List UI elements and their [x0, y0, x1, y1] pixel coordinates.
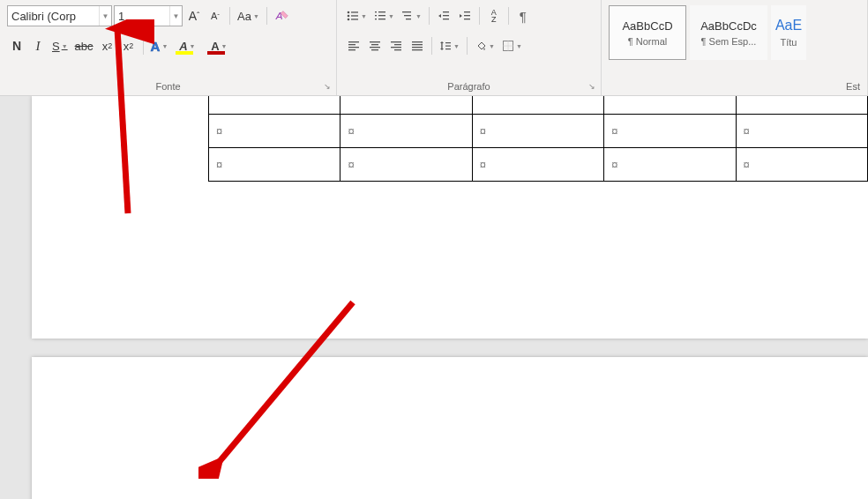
annotation-arrow-2 — [198, 294, 366, 479]
paragraph-dialog-launcher[interactable] — [587, 81, 597, 92]
font-color-swatch — [207, 51, 225, 55]
table-cell[interactable]: ¤ — [472, 147, 603, 181]
align-center-button[interactable] — [365, 35, 385, 56]
underline-button[interactable]: S▼ — [49, 35, 71, 56]
bullets-icon — [347, 10, 359, 22]
increase-indent-button[interactable] — [455, 5, 475, 26]
svg-rect-32 — [391, 47, 401, 48]
grow-font-button[interactable]: Aˆ — [184, 5, 204, 26]
style-tile[interactable]: AaBbCcDc¶ Sem Esp... — [690, 5, 767, 60]
svg-line-46 — [216, 302, 353, 465]
numbering-button[interactable]: ▼ — [371, 5, 397, 26]
svg-rect-28 — [370, 47, 380, 48]
table-cell[interactable]: ¤ — [209, 147, 340, 181]
style-name: Títu — [781, 37, 797, 48]
svg-rect-35 — [412, 44, 423, 45]
table-cell[interactable] — [209, 96, 340, 114]
svg-rect-39 — [445, 42, 451, 43]
table-cell[interactable]: ¤ — [340, 114, 472, 147]
svg-rect-8 — [378, 11, 385, 12]
group-label-styles: Est — [846, 81, 860, 92]
svg-rect-30 — [391, 41, 401, 42]
italic-button[interactable]: I — [28, 35, 48, 56]
table-cell[interactable] — [736, 96, 867, 114]
svg-rect-36 — [412, 47, 423, 48]
style-preview: AaBbCcD — [622, 19, 672, 33]
page-1[interactable]: ¤¤¤¤¤¤¤¤¤¤ — [32, 96, 868, 339]
style-name: ¶ Sem Esp... — [701, 36, 757, 47]
highlight-button[interactable]: A ▼ — [172, 35, 202, 56]
table-cell[interactable]: ¤ — [340, 147, 472, 181]
shrink-font-button[interactable]: Aˇ — [206, 5, 225, 26]
line-spacing-button[interactable]: ▼ — [437, 35, 462, 56]
table-cell[interactable] — [340, 96, 472, 114]
shading-button[interactable]: ▼ — [472, 35, 498, 56]
table-cell[interactable]: ¤ — [472, 114, 603, 147]
svg-rect-12 — [378, 19, 385, 19]
numbering-icon — [374, 10, 386, 22]
separator — [266, 7, 267, 25]
separator — [467, 37, 468, 55]
svg-rect-21 — [464, 19, 470, 19]
bullets-button[interactable]: ▼ — [344, 5, 370, 26]
group-label-font: Fonte — [155, 81, 180, 92]
svg-rect-11 — [375, 19, 377, 19]
svg-rect-7 — [375, 11, 377, 12]
change-case-button[interactable]: Aa▼ — [235, 5, 262, 26]
group-label-paragraph: Parágrafo — [447, 81, 490, 92]
align-right-button[interactable] — [386, 35, 406, 56]
svg-rect-15 — [406, 19, 411, 19]
svg-rect-29 — [371, 49, 378, 50]
align-left-icon — [348, 40, 360, 52]
paint-bucket-icon — [475, 40, 487, 52]
bold-button[interactable]: N — [7, 35, 26, 56]
document-table[interactable]: ¤¤¤¤¤¤¤¤¤¤ — [208, 96, 868, 182]
font-color-button[interactable]: A ▼ — [204, 35, 234, 56]
borders-button[interactable]: ▼ — [499, 35, 525, 56]
style-preview: AaBbCcDc — [700, 19, 757, 33]
sort-button[interactable]: A Z — [484, 5, 504, 26]
group-font: Calibri (Corp ▼ 1 ▼ Aˆ Aˇ Aa▼ A — [0, 0, 337, 95]
svg-rect-41 — [445, 48, 451, 49]
svg-rect-22 — [348, 41, 359, 42]
table-cell[interactable]: ¤ — [736, 147, 867, 181]
separator — [508, 7, 509, 25]
styles-gallery: AaBbCcD¶ NormalAaBbCcDc¶ Sem Esp...AaETí… — [609, 5, 860, 60]
svg-rect-42 — [503, 41, 513, 51]
justify-icon — [411, 40, 423, 52]
indent-icon — [459, 10, 471, 22]
highlight-color-swatch — [176, 51, 193, 55]
font-size-dropdown[interactable]: ▼ — [169, 6, 182, 26]
separator — [429, 7, 430, 25]
table-cell[interactable]: ¤ — [604, 147, 736, 181]
align-right-icon — [390, 40, 402, 52]
svg-point-5 — [348, 19, 350, 21]
justify-button[interactable] — [408, 35, 427, 56]
show-marks-button[interactable]: ¶ — [513, 5, 533, 26]
multilevel-list-button[interactable]: ▼ — [399, 5, 424, 26]
svg-point-1 — [348, 11, 350, 14]
svg-rect-18 — [443, 19, 449, 19]
table-cell[interactable]: ¤ — [209, 114, 340, 147]
align-left-button[interactable] — [344, 35, 363, 56]
table-cell[interactable] — [604, 96, 736, 114]
table-cell[interactable]: ¤ — [604, 114, 736, 147]
svg-rect-40 — [445, 46, 451, 47]
svg-rect-33 — [394, 49, 401, 50]
line-spacing-icon — [439, 40, 452, 52]
style-tile[interactable]: AaBbCcD¶ Normal — [609, 5, 686, 60]
decrease-indent-button[interactable] — [434, 5, 453, 26]
table-cell[interactable]: ¤ — [736, 114, 867, 147]
svg-rect-2 — [351, 11, 358, 12]
page-2[interactable]: ¶ — [32, 357, 868, 499]
svg-text:A: A — [275, 10, 283, 21]
table-cell[interactable] — [472, 96, 603, 114]
svg-rect-34 — [412, 41, 423, 42]
style-tile[interactable]: AaETítu — [771, 5, 806, 60]
borders-icon — [502, 40, 514, 52]
svg-rect-31 — [394, 44, 401, 45]
font-dialog-launcher[interactable] — [322, 81, 333, 92]
svg-line-45 — [117, 28, 128, 213]
svg-rect-25 — [348, 49, 355, 50]
clear-formatting-button[interactable]: A — [272, 5, 293, 26]
